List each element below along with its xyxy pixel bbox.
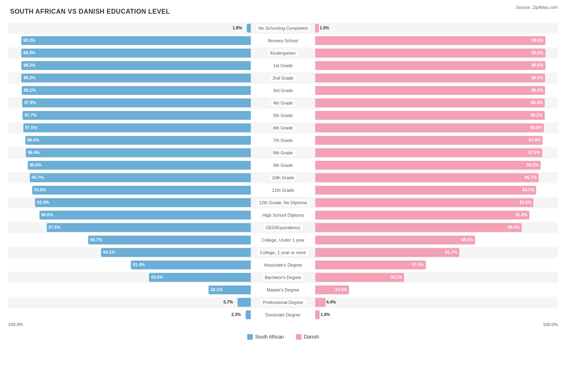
bar-left-label: 93.6% <box>34 187 46 192</box>
bottom-labels: 100.0% 100.0% <box>8 322 558 327</box>
bar-left-label: 5.7% <box>223 300 233 304</box>
bar-left <box>26 148 251 157</box>
bar-left <box>28 161 251 170</box>
bar-left <box>21 74 251 82</box>
legend-south-african: South African <box>247 334 284 340</box>
row-center-label: Associate's Degree <box>262 262 304 268</box>
bar-right-label: 97.4% <box>529 138 541 142</box>
bar-left <box>35 198 251 207</box>
bar-left <box>88 236 251 244</box>
bar-left-label: 1.8% <box>233 25 242 30</box>
bar-right-label: 98.6% <box>531 50 543 55</box>
row-center-label: Professional Degree <box>260 299 306 306</box>
row-center-label: College, Under 1 year <box>259 237 307 243</box>
bar-right <box>315 186 536 195</box>
bar-left <box>25 136 251 145</box>
bar-right-label: 98.6% <box>531 38 543 43</box>
chart-row: 98.2%98.5%2nd Grade <box>8 72 558 84</box>
bar-right-label: 98.2% <box>531 113 543 117</box>
row-center-label: Nursery School <box>265 37 300 44</box>
bar-right-label: 14.5% <box>335 287 347 292</box>
chart-row: 95.6%96.5%9th Grade <box>8 160 558 171</box>
bar-right-label: 88.4% <box>508 225 520 230</box>
chart-row: 97.5%98.0%6th Grade <box>8 122 558 133</box>
bar-right-label: 98.5% <box>531 75 543 80</box>
danish-color-swatch <box>296 334 302 340</box>
bar-right <box>315 161 541 170</box>
row-center-label: No Schooling Completed <box>256 25 310 31</box>
bar-right-label: 98.6% <box>531 63 543 68</box>
bar-left-label: 2.3% <box>231 312 241 317</box>
bar-right <box>315 211 529 220</box>
bar-right <box>315 74 545 82</box>
chart-row: 43.6%38.1%Bachelor's Degree <box>8 272 558 283</box>
row-center-label: 7th Grade <box>271 137 295 144</box>
row-center-label: 3rd Grade <box>271 87 295 94</box>
bar-left <box>238 298 251 307</box>
bar-right-label: 47.4% <box>412 262 424 267</box>
chart-row: 2.3%1.9%Doctorate Degree <box>8 309 558 320</box>
legend-danish-label: Danish <box>304 334 319 340</box>
row-center-label: 4th Grade <box>271 100 295 106</box>
chart-area: 1.8%1.5%No Schooling Completed98.3%98.6%… <box>8 23 558 320</box>
bar-left-label: 95.6% <box>30 162 42 167</box>
row-center-label: 10th Grade <box>269 174 296 181</box>
bar-left <box>23 111 251 120</box>
bar-right <box>315 36 545 45</box>
row-center-label: College, 1 year or more <box>258 249 309 256</box>
bar-right <box>315 61 545 70</box>
row-center-label: 8th Grade <box>271 150 295 156</box>
bar-right <box>315 111 545 120</box>
chart-row: 93.6%94.7%11th Grade <box>8 185 558 196</box>
bar-right-label: 95.7% <box>525 175 537 180</box>
chart-row: 64.1%61.7%College, 1 year or more <box>8 247 558 258</box>
bar-left-label: 51.4% <box>133 262 145 267</box>
bar-left-label: 97.7% <box>25 113 37 117</box>
bar-left-label: 96.6% <box>27 138 39 142</box>
bar-left-label: 98.3% <box>23 50 35 55</box>
chart-row: 51.4%47.4%Associate's Degree <box>8 259 558 271</box>
chart-row: 98.1%98.5%3rd Grade <box>8 85 558 96</box>
bar-left <box>131 261 251 269</box>
bar-right <box>315 236 475 244</box>
bar-left-label: 98.2% <box>23 75 35 80</box>
bar-left <box>21 36 251 45</box>
bar-right <box>315 49 545 57</box>
bar-left <box>21 49 251 57</box>
bar-right <box>315 173 539 182</box>
bottom-left-label: 100.0% <box>8 322 23 327</box>
bar-right-label: 97.2% <box>528 150 540 155</box>
chart-row: 98.3%98.6%Nursery School <box>8 35 558 46</box>
chart-row: 92.4%93.5%12th Grade, No Diploma <box>8 197 558 208</box>
chart-row: 97.9%98.3%4th Grade <box>8 97 558 109</box>
chart-row: 69.7%68.5%College, Under 1 year <box>8 234 558 246</box>
bar-right <box>315 261 426 269</box>
bar-left-label: 98.3% <box>23 38 35 43</box>
bar-left-label: 96.4% <box>28 150 40 155</box>
bar-left-label: 87.5% <box>49 225 61 230</box>
bar-right-label: 98.5% <box>531 88 543 92</box>
chart-row: 90.6%91.8%High School Diploma <box>8 209 558 221</box>
chart-row: 94.7%95.7%10th Grade <box>8 172 558 183</box>
chart-row: 18.1%14.5%Master's Degree <box>8 284 558 296</box>
bottom-right-label: 100.0% <box>543 322 558 327</box>
bar-left <box>22 99 251 107</box>
bar-right-label: 4.4% <box>326 300 336 304</box>
bar-left <box>47 223 251 232</box>
bar-right-label: 1.9% <box>320 312 330 317</box>
bar-left-label: 92.4% <box>37 200 49 205</box>
row-center-label: High School Diploma <box>260 212 306 218</box>
chart-row: 96.6%97.4%7th Grade <box>8 135 558 146</box>
legend-danish: Danish <box>296 334 319 340</box>
row-center-label: 6th Grade <box>271 125 295 131</box>
row-center-label: 1st Grade <box>271 62 295 69</box>
bar-left <box>247 24 251 33</box>
row-center-label: 2nd Grade <box>270 75 296 81</box>
bar-right-label: 68.5% <box>461 237 473 242</box>
row-center-label: Master's Degree <box>264 287 302 293</box>
bar-right <box>315 198 533 207</box>
row-center-label: Kindergarten <box>268 50 298 56</box>
chart-container: Source: ZipAtlas.com SOUTH AFRICAN VS DA… <box>0 0 566 364</box>
row-center-label: 12th Grade, No Diploma <box>257 199 310 206</box>
south-african-color-swatch <box>247 334 253 340</box>
